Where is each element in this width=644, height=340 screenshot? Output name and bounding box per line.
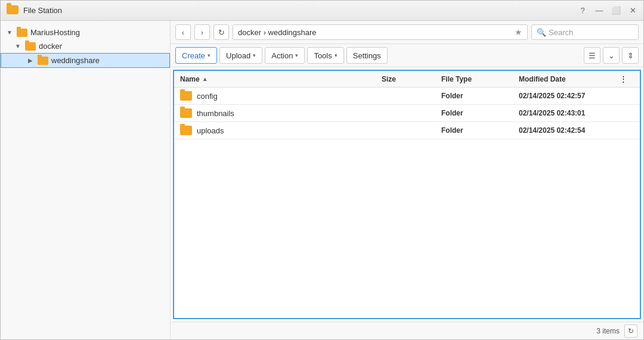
sort-button[interactable]: ⇕ <box>622 47 639 64</box>
sidebar: ▼ MariusHosting ▼ docker ▶ weddingshare <box>1 21 171 339</box>
col-header-file-type[interactable]: File Type <box>441 75 519 83</box>
action-bar: Create ▾ Upload ▾ Action ▾ Tools ▾ Setti… <box>171 44 643 67</box>
file-type-uploads: Folder <box>441 126 519 135</box>
file-selection-area: Name ▲ Size File Type Modified Date <box>173 70 641 319</box>
col-header-size[interactable]: Size <box>382 75 441 83</box>
upload-dropdown-arrow: ▾ <box>253 52 256 58</box>
back-button[interactable]: ‹ <box>175 24 191 40</box>
folder-icon-docker <box>25 42 36 51</box>
app-title: File Station <box>23 6 62 15</box>
action-bar-right: ☰ ⌄ ⇕ <box>584 47 639 64</box>
settings-button[interactable]: Settings <box>346 47 388 64</box>
table-row[interactable]: thumbnails Folder 02/14/2025 02:43:01 <box>174 105 640 122</box>
title-bar: File Station ? — ⬜ ✕ <box>1 1 643 21</box>
file-panel: ‹ › ↻ docker › weddingshare ★ 🔍 Search C… <box>171 21 643 339</box>
sort-arrow-name: ▲ <box>202 76 208 82</box>
help-button[interactable]: ? <box>578 6 587 15</box>
folder-icon-weddingshare <box>38 57 48 65</box>
tools-button[interactable]: Tools ▾ <box>307 47 343 64</box>
toolbar: ‹ › ↻ docker › weddingshare ★ 🔍 Search <box>171 21 643 44</box>
file-type-config: Folder <box>441 92 519 100</box>
toggle-weddingshare[interactable]: ▶ <box>26 57 35 65</box>
create-label: Create <box>182 51 205 60</box>
sidebar-item-marius-hosting[interactable]: ▼ MariusHosting <box>1 26 170 39</box>
toggle-marius-hosting[interactable]: ▼ <box>5 29 14 37</box>
title-bar-left: File Station <box>7 5 62 16</box>
file-date-config: 02/14/2025 02:42:57 <box>519 92 620 100</box>
sidebar-item-docker[interactable]: ▼ docker <box>1 39 170 53</box>
action-label: Action <box>271 51 293 60</box>
search-placeholder: Search <box>549 28 573 37</box>
sidebar-item-weddingshare[interactable]: ▶ weddingshare <box>1 53 170 68</box>
path-text: docker › weddingshare <box>238 28 317 37</box>
forward-button[interactable]: › <box>194 24 210 40</box>
app-window: File Station ? — ⬜ ✕ ▼ MariusHosting ▼ d… <box>0 0 644 340</box>
col-header-more[interactable]: ⋮ <box>620 74 634 83</box>
file-name-thumbnails: thumbnails <box>197 109 234 118</box>
file-date-uploads: 02/14/2025 02:42:54 <box>519 126 620 135</box>
file-list: config Folder 02/14/2025 02:42:57 thumbn… <box>174 88 640 318</box>
action-button[interactable]: Action ▾ <box>265 47 305 64</box>
upload-label: Upload <box>226 51 250 60</box>
items-count: 3 items <box>596 327 620 335</box>
file-list-header: Name ▲ Size File Type Modified Date <box>174 71 640 88</box>
close-button[interactable]: ✕ <box>628 6 637 15</box>
col-header-modified-date[interactable]: Modified Date <box>519 75 620 83</box>
refresh-button[interactable]: ↻ <box>213 24 229 40</box>
search-icon: 🔍 <box>537 28 546 37</box>
file-name-uploads: uploads <box>197 126 224 135</box>
create-dropdown-arrow: ▾ <box>208 52 210 58</box>
folder-icon-uploads <box>180 126 192 135</box>
status-bar: 3 items ↻ <box>171 322 643 339</box>
table-row[interactable]: uploads Folder 02/14/2025 02:42:54 <box>174 122 640 139</box>
folder-icon-config <box>180 91 192 101</box>
tools-dropdown-arrow: ▾ <box>335 52 338 58</box>
table-row[interactable]: config Folder 02/14/2025 02:42:57 <box>174 88 640 105</box>
status-refresh-button[interactable]: ↻ <box>624 325 637 338</box>
maximize-button[interactable]: ⬜ <box>611 6 621 15</box>
file-date-thumbnails: 02/14/2025 02:43:01 <box>519 109 620 117</box>
toggle-docker[interactable]: ▼ <box>14 42 22 51</box>
view-options-button[interactable]: ⌄ <box>603 47 620 64</box>
search-bar[interactable]: 🔍 Search <box>531 24 639 40</box>
create-button[interactable]: Create ▾ <box>175 47 217 64</box>
file-type-thumbnails: Folder <box>441 109 519 117</box>
main-content: ▼ MariusHosting ▼ docker ▶ weddingshare … <box>1 21 643 339</box>
settings-label: Settings <box>353 51 381 60</box>
app-icon <box>7 5 18 16</box>
list-view-button[interactable]: ☰ <box>584 47 600 64</box>
folder-icon-thumbnails <box>180 108 192 118</box>
folder-icon-marius-hosting <box>17 29 27 37</box>
action-dropdown-arrow: ▾ <box>295 52 298 58</box>
sidebar-label-docker: docker <box>39 42 62 51</box>
bookmark-star[interactable]: ★ <box>515 27 522 37</box>
col-header-name[interactable]: Name ▲ <box>180 75 382 83</box>
tools-label: Tools <box>314 51 332 60</box>
minimize-button[interactable]: — <box>595 6 604 15</box>
sidebar-label-weddingshare: weddingshare <box>51 56 100 65</box>
file-name-config: config <box>197 92 218 101</box>
sidebar-label-marius-hosting: MariusHosting <box>30 28 80 37</box>
upload-button[interactable]: Upload ▾ <box>219 47 262 64</box>
path-bar[interactable]: docker › weddingshare ★ <box>233 24 528 40</box>
title-bar-controls: ? — ⬜ ✕ <box>578 6 637 15</box>
